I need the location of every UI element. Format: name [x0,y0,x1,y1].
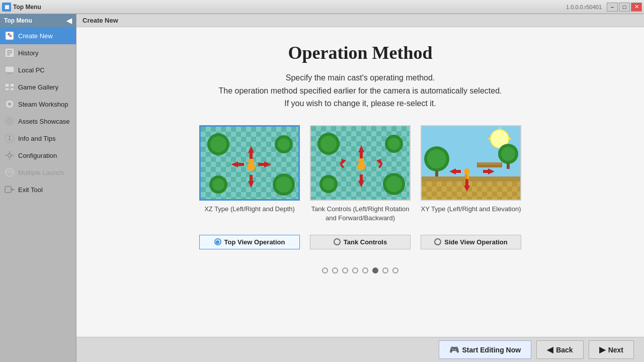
start-editing-label: Start Editing Now [462,346,521,354]
options-grid: XZ Type (Left/Right and Depth) Top View … [199,125,521,249]
svg-rect-96 [483,170,488,173]
svg-rect-6 [5,66,14,72]
local-pc-icon [4,64,15,75]
page-title: Operation Method [288,42,433,63]
footer: 🎮 Start Editing Now ◀ Back ▶ Next [76,337,644,362]
radio-circle-tank [334,238,341,245]
svg-point-15 [9,104,11,105]
dots-navigation [322,259,398,282]
content-header-title: Create New [83,17,118,24]
create-new-icon: ✎ [4,30,15,41]
svg-point-37 [278,138,290,150]
option-image-top-view[interactable] [199,125,300,201]
sidebar-item-game-gallery[interactable]: Game Gallery [0,78,76,96]
radio-label-top-view: Top View Operation [224,238,285,246]
app-title: Top Menu [13,4,566,11]
dot-8[interactable] [392,267,398,274]
sidebar-item-steam-workshop[interactable]: Steam Workshop [0,96,76,113]
svg-rect-98 [465,179,468,186]
start-editing-icon: 🎮 [449,345,459,354]
radio-circle-top-view [214,238,221,245]
svg-point-61 [323,178,335,190]
content-main: Operation Method Specify the main cast's… [76,27,644,337]
radio-circle-side-view [434,238,441,245]
desc-line2: The operation method specified earlier f… [219,84,502,98]
sidebar-collapse-button[interactable]: ◀ [66,17,72,25]
option-desc-side-view: XY Type (Left/Right and Elevation) [421,205,521,230]
desc-line1: Specify the main cast's operating method… [219,71,502,84]
svg-point-86 [501,147,515,161]
svg-point-39 [212,178,224,191]
svg-point-33 [210,136,226,152]
svg-rect-92 [465,174,467,179]
dot-3[interactable] [342,267,348,274]
svg-rect-47 [238,163,244,166]
sidebar-label-assets-showcase: Assets Showcase [18,118,70,125]
svg-point-62 [357,162,365,170]
svg-rect-10 [10,83,14,87]
option-card-side-view: XY Type (Left/Right and Elevation) Side … [421,125,521,249]
dot-2[interactable] [332,267,338,274]
sidebar-label-create-new: Create New [18,32,53,40]
svg-rect-65 [360,152,363,158]
desc-line3: If you wish to change it, please re-sele… [219,97,502,110]
back-button[interactable]: ◀ Back [536,340,583,359]
dot-1[interactable] [322,267,328,274]
content-header: Create New [76,14,644,27]
svg-rect-49 [258,163,264,166]
next-button[interactable]: ▶ Next [589,340,634,359]
dot-5[interactable] [362,267,368,274]
option-desc-top-view: XZ Type (Left/Right and Depth) [204,205,295,230]
back-label: Back [556,346,573,354]
option-image-tank[interactable] [310,125,411,201]
svg-rect-67 [360,174,363,180]
sidebar-label-local-pc: Local PC [18,66,45,74]
app-version: 1.0.0.0.r50401 [566,4,602,10]
assets-showcase-icon [4,116,15,127]
svg-rect-27 [5,187,11,193]
sidebar-item-create-new[interactable]: ✎ Create New [0,27,76,44]
svg-point-26 [10,170,13,173]
sidebar-item-configuration[interactable]: Configuration [0,147,76,164]
dot-6[interactable] [372,267,378,274]
maximize-button[interactable]: □ [619,3,630,12]
option-card-top-view: XZ Type (Left/Right and Depth) Top View … [199,125,300,249]
svg-rect-43 [250,153,253,159]
minimize-button[interactable]: − [607,3,618,12]
svg-text:✎: ✎ [7,32,13,39]
sidebar-item-info-and-tips[interactable]: Info and Tips [0,130,76,147]
sidebar-label-multiple-launch: Multiple Launch [18,169,64,176]
svg-point-21 [9,136,11,137]
option-image-side-view[interactable] [421,125,521,201]
sidebar-item-history[interactable]: History [0,44,76,61]
configuration-icon [4,150,15,161]
svg-point-23 [8,154,12,157]
svg-rect-89 [478,162,501,165]
option-radio-tank[interactable]: Tank Controls [310,235,411,249]
exit-icon [4,184,15,195]
content-area: Create New Operation Method Specify the … [76,14,644,362]
sidebar-item-exit-tool[interactable]: Exit Tool [0,181,76,198]
dot-7[interactable] [382,267,388,274]
option-radio-top-view[interactable]: Top View Operation [199,235,300,249]
sidebar-label-exit-tool: Exit Tool [18,186,43,194]
svg-point-57 [386,176,402,192]
svg-point-40 [247,163,255,171]
svg-rect-22 [9,138,10,141]
sidebar-header: Top Menu ◀ [0,14,76,27]
svg-rect-76 [422,182,521,201]
svg-rect-12 [10,88,14,90]
sidebar-item-multiple-launch[interactable]: Multiple Launch [0,164,76,181]
option-radio-side-view[interactable]: Side View Operation [421,235,521,249]
start-editing-button[interactable]: 🎮 Start Editing Now [439,340,532,359]
radio-label-side-view: Side View Operation [444,238,507,246]
svg-rect-11 [5,88,9,90]
svg-point-25 [6,170,9,173]
sidebar-item-local-pc[interactable]: Local PC [0,61,76,78]
close-button[interactable]: ✕ [631,3,642,12]
sidebar-label-steam-workshop: Steam Workshop [18,101,68,108]
sidebar-item-assets-showcase[interactable]: Assets Showcase [0,113,76,130]
dot-4[interactable] [352,267,358,274]
svg-rect-9 [5,83,9,87]
sidebar-label-configuration: Configuration [18,152,57,159]
